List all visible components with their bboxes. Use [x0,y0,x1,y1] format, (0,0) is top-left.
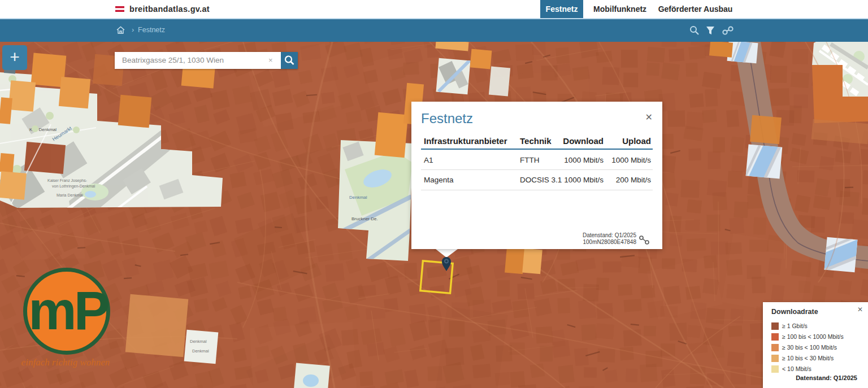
svg-text:Bruckner De.: Bruckner De. [351,216,378,221]
svg-text:Denkmal: Denkmal [349,195,367,200]
svg-text:Maria Denkmal: Maria Denkmal [57,193,84,197]
svg-text:Denkmal: Denkmal [192,348,209,354]
svg-text:Denkmal: Denkmal [190,339,207,344]
svg-text:Kaiser Franz Josephs-: Kaiser Franz Josephs- [47,178,88,183]
svg-text:+: + [10,47,20,66]
svg-text:von Lothringen-Denkmal: von Lothringen-Denkmal [52,184,96,189]
